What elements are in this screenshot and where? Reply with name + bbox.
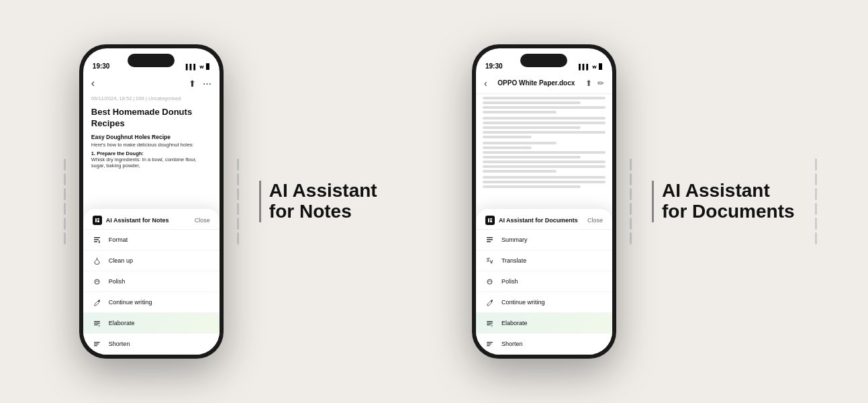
notes-feature-title-line1: AI Assistant <box>269 181 377 202</box>
dash <box>237 173 239 185</box>
note-meta: 06/11/2024, 18:52 | 038 | Uncategorised <box>83 94 220 103</box>
dash <box>64 188 66 200</box>
notes-feature-label: AI Assistant for Notes <box>252 181 384 222</box>
right-section: 19:30 ▌▌▌ ᴡ ▊ ‹ OPPO White Paper.docx ⬆ … <box>434 44 869 359</box>
ai-menu-continue[interactable]: Continue writing <box>83 292 220 313</box>
ai-menu-polish[interactable]: Polish <box>83 271 220 292</box>
ai-menu-doc-continue[interactable]: Continue writing <box>476 292 612 313</box>
writing-svg <box>93 299 101 306</box>
ai-menu-format[interactable]: Format <box>83 230 220 251</box>
doc-line <box>483 131 606 134</box>
wifi-icon: ᴡ <box>199 64 204 70</box>
doc-polish-icon <box>485 277 495 286</box>
dash <box>237 218 239 230</box>
ai-menu-summary[interactable]: Summary <box>476 230 612 251</box>
doc-line <box>483 146 532 149</box>
doc-writing-icon <box>485 298 495 307</box>
left-right-dashes <box>224 159 252 244</box>
doc-polish-label: Polish <box>501 278 518 285</box>
doc-line <box>483 170 557 173</box>
doc-edit-icon[interactable]: ✏ <box>597 79 604 88</box>
signal-icon-2: ▌▌▌ <box>579 64 590 70</box>
ai-panel-icon <box>93 216 102 225</box>
summary-label: Summary <box>501 236 528 243</box>
svg-rect-5 <box>94 241 97 242</box>
status-icons-2: ▌▌▌ ᴡ ▊ <box>579 64 603 70</box>
wifi-icon-2: ᴡ <box>592 64 597 70</box>
summary-icon <box>485 235 495 244</box>
svg-rect-9 <box>94 322 100 323</box>
polish-svg <box>93 278 101 285</box>
cleanup-label: Clean up <box>109 257 133 264</box>
dash <box>237 159 239 171</box>
cleanup-icon <box>93 256 102 265</box>
right-dashes <box>802 159 830 244</box>
back-button[interactable]: ‹ <box>91 77 95 89</box>
format-icon <box>93 235 102 244</box>
shorten-icon <box>93 339 102 349</box>
doc-line <box>483 101 581 104</box>
status-time: 19:30 <box>93 62 110 70</box>
doc-back-button[interactable]: ‹ <box>484 78 487 89</box>
format-svg <box>93 236 101 244</box>
documents-phone-screen: 19:30 ▌▌▌ ᴡ ▊ ‹ OPPO White Paper.docx ⬆ … <box>476 48 612 355</box>
docs-feature-title-line2: for Documents <box>662 202 795 222</box>
writing-icon <box>93 298 102 307</box>
ai-docs-close-button[interactable]: Close <box>587 217 603 224</box>
notes-phone-screen: 19:30 ▌▌▌ ᴡ ▊ ‹ ⬆ ⋯ 06/11/2024, <box>83 48 220 355</box>
svg-rect-23 <box>487 324 491 325</box>
documents-phone: 19:30 ▌▌▌ ᴡ ▊ ‹ OPPO White Paper.docx ⬆ … <box>472 44 616 359</box>
ai-menu-doc-polish[interactable]: Polish <box>476 271 612 292</box>
ai-menu-elaborate[interactable]: Elaborate <box>83 313 220 334</box>
elaborate-icon <box>93 318 102 328</box>
ai-menu-doc-shorten[interactable]: Shorten <box>476 334 612 355</box>
doc-share-icon[interactable]: ⬆ <box>585 79 592 88</box>
ai-docs-panel-title: AI Assistant for Documents <box>485 216 578 225</box>
svg-rect-2 <box>97 220 99 222</box>
translate-svg <box>486 257 493 265</box>
notes-feature-text: AI Assistant for Notes <box>259 181 377 222</box>
battery-icon-2: ▊ <box>599 64 603 70</box>
ai-menu-shorten[interactable]: Shorten <box>83 334 220 355</box>
share-icon[interactable]: ⬆ <box>189 79 196 89</box>
doc-nav: ‹ OPPO White Paper.docx ⬆ ✏ <box>476 73 612 94</box>
more-icon[interactable]: ⋯ <box>203 79 211 89</box>
doc-line <box>483 126 581 129</box>
left-dashes <box>50 159 79 244</box>
ai-close-button[interactable]: Close <box>195 217 210 224</box>
status-time-2: 19:30 <box>485 62 503 70</box>
ai-menu-doc-elaborate[interactable]: Elaborate <box>476 313 612 334</box>
note-title: Best Homemade Donuts Recipes <box>91 107 211 130</box>
continue-label: Continue writing <box>109 299 152 306</box>
svg-rect-10 <box>94 324 98 325</box>
dash <box>630 159 632 171</box>
cleanup-svg <box>93 257 101 265</box>
dash <box>237 203 239 215</box>
svg-rect-1 <box>97 218 99 220</box>
left-section: 19:30 ▌▌▌ ᴡ ▊ ‹ ⬆ ⋯ 06/11/2024, <box>0 44 434 359</box>
shorten-label: Shorten <box>109 341 130 347</box>
dash <box>237 232 239 244</box>
doc-line <box>483 185 581 188</box>
doc-line <box>483 181 606 183</box>
doc-line <box>483 111 557 114</box>
dash <box>64 218 66 230</box>
svg-rect-12 <box>94 343 99 344</box>
translate-icon <box>485 256 495 265</box>
ai-panel-title: AI Assistant for Notes <box>93 216 169 225</box>
ai-menu-translate[interactable]: Translate <box>476 251 612 271</box>
ai-menu-cleanup[interactable]: Clean up <box>83 251 220 271</box>
svg-rect-22 <box>487 322 493 323</box>
svg-rect-15 <box>490 218 492 220</box>
ai-docs-panel-header: AI Assistant for Documents Close <box>476 209 612 230</box>
ai-doc-icon-svg <box>487 218 493 223</box>
dynamic-island <box>128 54 175 67</box>
dash <box>64 203 66 215</box>
dash <box>815 188 817 200</box>
svg-rect-17 <box>487 237 493 238</box>
svg-rect-3 <box>94 237 100 238</box>
ai-panel-header: AI Assistant for Notes Close <box>83 209 220 230</box>
scene: 19:30 ▌▌▌ ᴡ ▊ ‹ ⬆ ⋯ 06/11/2024, <box>0 0 868 403</box>
dash <box>630 232 632 244</box>
notes-feature-title-line2: for Notes <box>269 202 377 222</box>
